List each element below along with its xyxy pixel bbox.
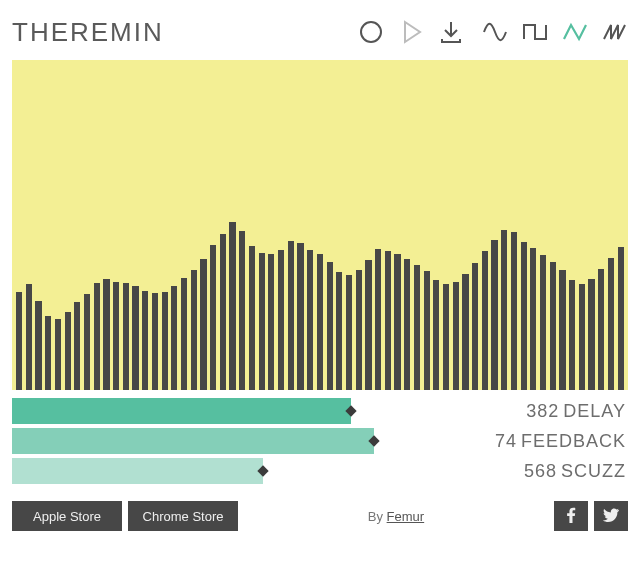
- visualizer-bar: [521, 242, 527, 390]
- visualizer-bar: [55, 319, 61, 390]
- sine-wave-icon[interactable]: [482, 19, 508, 45]
- visualizer-bar: [540, 255, 546, 390]
- visualizer-bar: [142, 291, 148, 390]
- visualizer-bar: [249, 246, 255, 390]
- visualizer-bar: [26, 284, 32, 390]
- twitter-button[interactable]: [594, 501, 628, 531]
- visualizer-bar: [327, 262, 333, 390]
- visualizer-bar: [482, 251, 488, 390]
- download-icon[interactable]: [438, 19, 464, 45]
- visualizer-bar: [579, 284, 585, 390]
- triangle-wave-icon[interactable]: [562, 19, 588, 45]
- twitter-icon: [603, 507, 619, 526]
- visualizer-bar: [385, 251, 391, 390]
- visualizer-bar: [511, 232, 517, 390]
- visualizer-bar: [618, 247, 624, 390]
- visualizer-bar: [569, 280, 575, 390]
- record-icon[interactable]: [358, 19, 384, 45]
- visualizer-bar: [530, 248, 536, 390]
- byline: By Femur: [244, 509, 548, 524]
- visualizer-bar: [259, 253, 265, 390]
- sliders-panel: 382DELAY74FEEDBACK568SCUZZ: [12, 396, 628, 486]
- visualizer-bar: [94, 283, 100, 390]
- visualizer-bar: [453, 282, 459, 390]
- visualizer-bar: [608, 258, 614, 390]
- visualizer-bar: [297, 243, 303, 390]
- sawtooth-wave-icon[interactable]: [602, 19, 628, 45]
- play-icon[interactable]: [398, 19, 424, 45]
- slider-track[interactable]: [12, 427, 476, 455]
- visualizer-bar: [278, 250, 284, 390]
- visualizer-bar: [132, 286, 138, 390]
- visualizer-bar: [268, 254, 274, 390]
- visualizer-bar: [162, 292, 168, 390]
- visualizer-bar: [181, 278, 187, 390]
- slider-readout: 568SCUZZ: [476, 461, 628, 482]
- visualizer-bar: [220, 234, 226, 390]
- visualizer-bar: [123, 283, 129, 390]
- visualizer-bar: [424, 271, 430, 390]
- visualizer-bar: [239, 231, 245, 390]
- visualizer-bar: [588, 279, 594, 390]
- facebook-button[interactable]: [554, 501, 588, 531]
- header: THEREMIN: [12, 10, 628, 54]
- visualizer-bar: [200, 259, 206, 390]
- svg-point-0: [361, 22, 381, 42]
- visualizer-bar: [550, 262, 556, 390]
- app-title: THEREMIN: [12, 17, 164, 48]
- visualizer-bar: [491, 240, 497, 390]
- visualizer-bar: [375, 249, 381, 390]
- apple-store-button[interactable]: Apple Store: [12, 501, 122, 531]
- slider-fill: [12, 458, 263, 484]
- visualizer-bar: [210, 245, 216, 390]
- visualizer-bar: [45, 316, 51, 390]
- visualizer-bar: [559, 270, 565, 390]
- visualizer-bar: [346, 275, 352, 390]
- slider-readout: 382DELAY: [476, 401, 628, 422]
- byline-link[interactable]: Femur: [387, 509, 425, 524]
- visualizer-bar: [598, 269, 604, 390]
- visualizer-bar: [394, 254, 400, 390]
- visualizer-bar: [443, 284, 449, 390]
- visualizer-bar: [365, 260, 371, 390]
- slider-fill: [12, 398, 351, 424]
- visualizer-bar: [113, 282, 119, 390]
- visualizer-bar: [229, 222, 235, 390]
- slider-track[interactable]: [12, 397, 476, 425]
- visualizer[interactable]: [12, 60, 628, 390]
- visualizer-bar: [404, 259, 410, 390]
- slider-track[interactable]: [12, 457, 476, 485]
- visualizer-bar: [16, 292, 22, 390]
- slider-feedback[interactable]: 74FEEDBACK: [12, 426, 628, 456]
- visualizer-bar: [462, 274, 468, 390]
- visualizer-bar: [35, 301, 41, 390]
- facebook-icon: [563, 507, 579, 526]
- footer: Apple Store Chrome Store By Femur: [12, 500, 628, 532]
- visualizer-bar: [414, 265, 420, 390]
- slider-scuzz[interactable]: 568SCUZZ: [12, 456, 628, 486]
- transport-controls: [358, 19, 464, 45]
- slider-readout: 74FEEDBACK: [476, 431, 628, 452]
- visualizer-bar: [288, 241, 294, 390]
- visualizer-bar: [84, 294, 90, 390]
- visualizer-bar: [356, 270, 362, 390]
- visualizer-bar: [501, 230, 507, 390]
- visualizer-bar: [171, 286, 177, 390]
- visualizer-bar: [336, 272, 342, 390]
- visualizer-bar: [433, 280, 439, 390]
- visualizer-bar: [74, 302, 80, 390]
- chrome-store-button[interactable]: Chrome Store: [128, 501, 238, 531]
- slider-delay[interactable]: 382DELAY: [12, 396, 628, 426]
- visualizer-bar: [472, 263, 478, 390]
- visualizer-bar: [317, 254, 323, 390]
- visualizer-bar: [191, 270, 197, 390]
- visualizer-bar: [152, 293, 158, 390]
- slider-fill: [12, 428, 374, 454]
- visualizer-bar: [65, 312, 71, 390]
- square-wave-icon[interactable]: [522, 19, 548, 45]
- visualizer-bar: [307, 250, 313, 390]
- visualizer-bar: [103, 279, 109, 390]
- waveform-selector: [482, 19, 628, 45]
